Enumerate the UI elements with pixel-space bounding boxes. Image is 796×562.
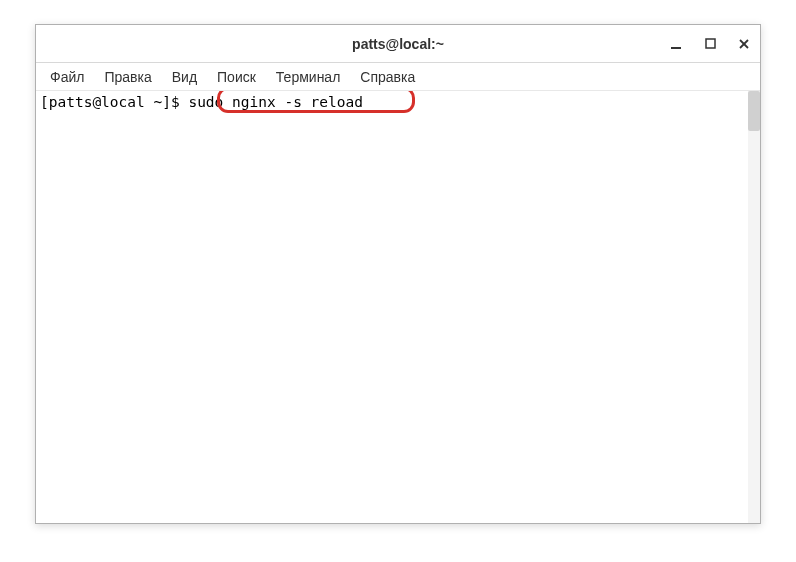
command-text: sudo nginx -s reload — [188, 94, 363, 110]
window-controls — [666, 25, 754, 62]
prompt: [patts@local ~]$ — [40, 94, 188, 110]
menu-view[interactable]: Вид — [162, 66, 207, 88]
maximize-icon — [705, 38, 716, 49]
svg-rect-1 — [706, 39, 715, 48]
scrollbar[interactable] — [748, 91, 760, 523]
menu-edit[interactable]: Правка — [94, 66, 161, 88]
menubar: Файл Правка Вид Поиск Терминал Справка — [36, 63, 760, 91]
terminal-window: patts@local:~ Файл Правка Вид — [35, 24, 761, 524]
menu-file[interactable]: Файл — [40, 66, 94, 88]
window-title: patts@local:~ — [352, 36, 444, 52]
titlebar[interactable]: patts@local:~ — [36, 25, 760, 63]
svg-rect-0 — [671, 47, 681, 49]
scrollbar-thumb[interactable] — [748, 91, 760, 131]
terminal-line: [patts@local ~]$ sudo nginx -s reload — [40, 93, 756, 112]
close-button[interactable] — [734, 34, 754, 54]
menu-terminal[interactable]: Терминал — [266, 66, 350, 88]
menu-search[interactable]: Поиск — [207, 66, 266, 88]
maximize-button[interactable] — [700, 34, 720, 54]
menu-help[interactable]: Справка — [350, 66, 425, 88]
minimize-icon — [670, 38, 682, 50]
close-icon — [738, 38, 750, 50]
minimize-button[interactable] — [666, 34, 686, 54]
terminal-area[interactable]: [patts@local ~]$ sudo nginx -s reload — [36, 91, 760, 523]
